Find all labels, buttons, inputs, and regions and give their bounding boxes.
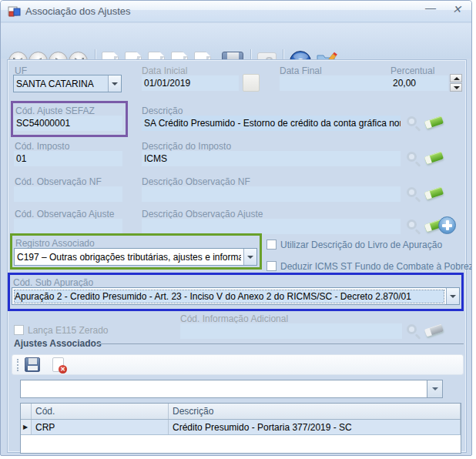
data-inicial-calendar-button bbox=[243, 74, 260, 92]
registro-associado-combobox[interactable]: C197 – Outras obrigações tributárias, aj… bbox=[14, 248, 257, 266]
red-x-icon: ✕ bbox=[59, 365, 67, 374]
percentual-spinner[interactable] bbox=[450, 74, 462, 92]
data-final-label: Data Final bbox=[280, 65, 322, 76]
ajuste-filter-combobox[interactable] bbox=[20, 380, 443, 398]
cod-informacao-adicional-label: Cód. Informação Adicional bbox=[180, 313, 288, 324]
chevron-down-icon bbox=[112, 82, 118, 85]
uf-combobox[interactable]: SANTA CATARINA bbox=[13, 75, 122, 92]
chevron-down-icon bbox=[450, 295, 456, 298]
descricao-observacao-nf-label: Descrição Observação NF bbox=[142, 176, 250, 187]
descricao-field[interactable]: SA Crédito Presumido - Estorno de crédit… bbox=[142, 116, 401, 131]
cell-descricao: Crédito Presumido - Portaria 377/2019 - … bbox=[169, 420, 461, 434]
minimize-icon[interactable]: — bbox=[423, 2, 438, 14]
data-inicial-field[interactable]: 01/01/2019 bbox=[142, 75, 239, 91]
descricao-observacao-ajuste-label: Descrição Observação Ajuste bbox=[142, 209, 263, 219]
lanca-e115-checkbox[interactable] bbox=[14, 325, 24, 335]
utilizar-descricao-label: Utilizar Descrição do Livro de Apuração bbox=[280, 240, 442, 250]
data-inicial-label: Data Inicial bbox=[142, 65, 187, 76]
cod-sub-apuracao-label: Cód. Sub Apuração bbox=[13, 277, 93, 288]
cod-imposto-label: Cód. Imposto bbox=[15, 141, 69, 152]
search-icon[interactable] bbox=[407, 116, 417, 126]
window-title: Associação dos Ajustes bbox=[25, 5, 131, 17]
ajustes-toolbar: ✕ bbox=[12, 354, 464, 375]
dialog-window: Associação dos Ajustes — ✕ ✶ ✕ ? bbox=[0, 0, 472, 456]
form-icon bbox=[8, 5, 22, 18]
filter-dropdown-button[interactable] bbox=[427, 380, 442, 397]
group-divider bbox=[96, 343, 464, 344]
cod-observacao-nf-label: Cód. Observação NF bbox=[15, 176, 102, 187]
data-final-field[interactable] bbox=[280, 75, 409, 91]
descricao-observacao-ajuste-field[interactable] bbox=[142, 219, 401, 234]
delete-ajuste-icon[interactable]: ✕ bbox=[52, 357, 64, 372]
cod-imposto-field[interactable]: 01 bbox=[14, 151, 122, 166]
close-icon[interactable]: ✕ bbox=[449, 3, 464, 15]
save-ajuste-icon[interactable] bbox=[25, 357, 40, 372]
grid-col-cod[interactable]: Cód. bbox=[32, 404, 169, 419]
add-icon[interactable] bbox=[438, 216, 456, 234]
cod-informacao-adicional-field[interactable] bbox=[180, 323, 402, 339]
percentual-label: Percentual bbox=[391, 65, 434, 76]
main-toolbar: ✶ ✕ ? bbox=[1, 23, 471, 59]
cod-ajuste-sefaz-label: Cód. Ajuste SEFAZ bbox=[15, 106, 95, 116]
row-indicator-icon: ▶ bbox=[21, 420, 32, 434]
registro-dropdown-button[interactable] bbox=[243, 249, 256, 265]
table-row[interactable]: ▶ CRP Crédito Presumido - Portaria 377/2… bbox=[21, 420, 461, 435]
cod-sub-apuracao-combobox[interactable]: Apuração 2 - Credito Presumido - Art. 23… bbox=[12, 287, 460, 305]
grid-header: Cód. Descrição bbox=[21, 404, 461, 420]
uf-dropdown-button[interactable] bbox=[108, 75, 121, 92]
descricao-imposto-field[interactable]: ICMS bbox=[142, 151, 401, 166]
cod-ajuste-sefaz-field[interactable]: SC54000001 bbox=[14, 116, 122, 131]
registro-associado-label: Registro Associado bbox=[15, 238, 95, 249]
search-icon[interactable] bbox=[407, 324, 417, 334]
search-icon[interactable] bbox=[407, 219, 417, 230]
spin-up-icon[interactable] bbox=[450, 74, 462, 82]
cod-observacao-ajuste-field[interactable] bbox=[14, 219, 122, 234]
chevron-down-icon bbox=[247, 256, 253, 259]
spin-down-icon[interactable] bbox=[450, 83, 462, 92]
chevron-down-icon bbox=[432, 387, 438, 390]
descricao-label: Descrição bbox=[142, 106, 183, 116]
ajustes-grid: Cód. Descrição ▶ CRP Crédito Presumido -… bbox=[20, 403, 461, 454]
percentual-field[interactable]: 20,00 bbox=[391, 75, 448, 91]
cod-observacao-ajuste-label: Cód. Observação Ajuste bbox=[15, 209, 114, 219]
deduzir-icms-checkbox[interactable] bbox=[266, 261, 277, 271]
sub-apuracao-dropdown-button[interactable] bbox=[446, 288, 459, 304]
lanca-e115-label: Lança E115 Zerado bbox=[28, 325, 109, 336]
toolbar-grip-icon[interactable] bbox=[17, 359, 19, 371]
grid-indicator-header bbox=[21, 404, 32, 419]
utilizar-descricao-checkbox[interactable] bbox=[266, 240, 277, 250]
grid-col-descricao[interactable]: Descrição bbox=[169, 404, 461, 419]
screenshot-stage: Associação dos Ajustes — ✕ ✶ ✕ ? bbox=[0, 0, 476, 459]
search-icon[interactable] bbox=[407, 187, 417, 197]
descricao-imposto-label: Descrição do Imposto bbox=[142, 141, 231, 152]
cell-cod: CRP bbox=[32, 420, 169, 434]
search-icon[interactable] bbox=[407, 152, 417, 162]
cod-observacao-nf-field[interactable] bbox=[14, 186, 122, 202]
title-bar: Associação dos Ajustes — ✕ bbox=[1, 1, 471, 22]
ajustes-associados-title: Ajustes Associados bbox=[14, 338, 102, 349]
descricao-observacao-nf-field[interactable] bbox=[142, 186, 401, 202]
deduzir-icms-label: Deduzir ICMS ST Fundo de Combate à Pobre… bbox=[280, 261, 472, 272]
